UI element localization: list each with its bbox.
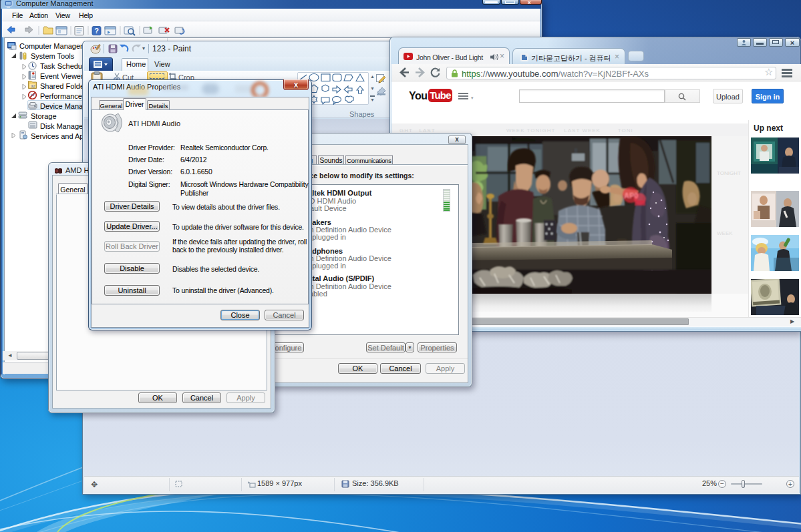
svg-text:AP0: AP0 xyxy=(624,192,638,200)
svg-text:32: 32 xyxy=(31,84,35,88)
svg-text:?: ? xyxy=(94,27,99,35)
